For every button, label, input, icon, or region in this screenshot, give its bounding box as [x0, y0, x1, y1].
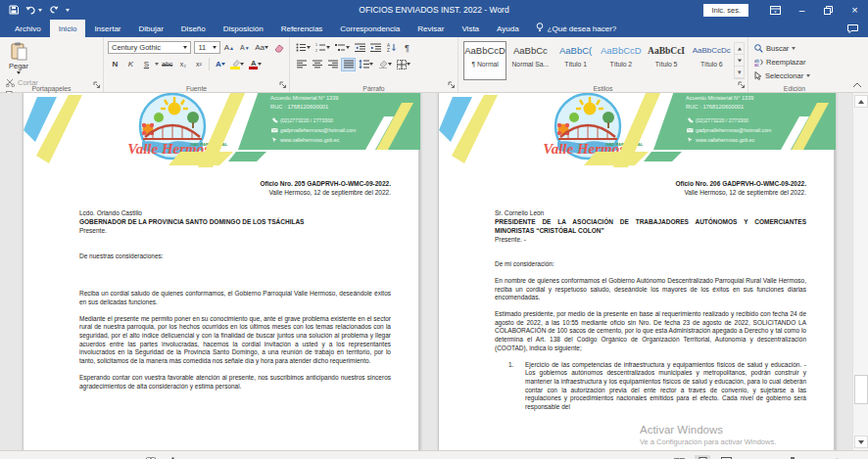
- style-titulo-2[interactable]: AaBbCcD Título 2: [600, 41, 643, 80]
- justify-button[interactable]: [341, 58, 356, 71]
- styles-gallery-scroll[interactable]: ▼: [734, 42, 745, 79]
- styles-scroll-down-icon[interactable]: [735, 55, 744, 67]
- tab-revisar[interactable]: Revisar: [409, 20, 453, 37]
- font-name-select[interactable]: Century Gothic: [108, 41, 191, 54]
- sort-button[interactable]: AZ: [384, 41, 399, 55]
- tab-insertar[interactable]: Insertar: [85, 20, 129, 37]
- read-mode-button[interactable]: [671, 455, 687, 459]
- shrink-font-button[interactable]: A▼: [237, 41, 252, 55]
- styles-scroll-up-icon[interactable]: [735, 43, 744, 55]
- borders-button[interactable]: [395, 58, 412, 71]
- select-button[interactable]: Seleccionar: [752, 69, 838, 82]
- minimize-button[interactable]: –: [789, 0, 815, 20]
- restore-button[interactable]: [815, 0, 842, 20]
- increase-indent-button[interactable]: [368, 41, 383, 55]
- style-titulo-5[interactable]: AaBbCcI Título 5: [645, 41, 688, 80]
- phone-number: (02)2773220 / 2773300: [280, 117, 333, 123]
- web-layout-button[interactable]: [718, 455, 734, 459]
- redo-icon[interactable]: [49, 5, 59, 15]
- save-icon[interactable]: [9, 5, 19, 15]
- title-bar: OFICIOS ENVIADOS INST. 2022 - Word Inic.…: [0, 0, 868, 20]
- document-page-2[interactable]: Valle Hermoso GAD PARROQUIAL Acuerdo Min…: [438, 93, 835, 450]
- letter-body[interactable]: Oficio Nro. 206 GADPRVH-O-WMC-09-2022. V…: [439, 167, 834, 412]
- tab-ayuda[interactable]: Ayuda: [488, 20, 528, 37]
- group-editing: Buscar abac Reemplazar Seleccionar Edici…: [748, 37, 841, 92]
- align-right-button[interactable]: [325, 58, 340, 71]
- style-titulo-1[interactable]: AaBbC( Título 1: [554, 41, 597, 80]
- change-case-button[interactable]: Aa: [253, 41, 270, 55]
- document-area[interactable]: Valle Hermoso GAD PARROQUIAL Acuerdo Min…: [0, 93, 868, 450]
- multilevel-list-button[interactable]: [333, 41, 352, 55]
- clear-formatting-button[interactable]: [271, 41, 286, 55]
- italic-button[interactable]: K: [123, 58, 138, 71]
- paste-button[interactable]: Pegar: [4, 40, 33, 74]
- subscript-button[interactable]: x₂: [175, 58, 190, 71]
- oficio-date: Valle Hermoso, 12 de septiembre del 2022…: [79, 189, 391, 198]
- style-normal-sa[interactable]: AaBbCc Normal Sa...: [508, 41, 552, 80]
- tab-archivo[interactable]: Archivo: [6, 20, 50, 37]
- grow-font-button[interactable]: A▲: [221, 41, 236, 55]
- bold-button[interactable]: N: [108, 58, 122, 71]
- style-normal[interactable]: AaBbCcD ¶ Normal: [463, 41, 506, 80]
- tell-me-box[interactable]: ¿Qué desea hacer?: [528, 20, 625, 37]
- sign-in-button[interactable]: Inic. ses.: [703, 4, 748, 17]
- oficio-number: Oficio Nro. 206 GADPRVH-O-WMC-09-2022.: [495, 180, 806, 189]
- phone-number: (02)2773220 / 2773300: [696, 117, 748, 123]
- group-font: Century Gothic 11 A▲ A▼ Aa N K S: [104, 37, 290, 92]
- align-center-button[interactable]: [310, 58, 324, 71]
- tab-referencias[interactable]: Referencias: [272, 20, 332, 37]
- style-titulo-6[interactable]: AaBbCcDc Título 6: [690, 41, 733, 80]
- text-effects-button[interactable]: A: [213, 58, 227, 71]
- paragraph-dialog-launcher-icon[interactable]: [448, 81, 456, 91]
- paragraph: Reciba un cordial saludo de quienes conf…: [79, 290, 391, 306]
- show-formatting-marks-button[interactable]: ¶: [400, 41, 414, 55]
- bullets-button[interactable]: [294, 41, 313, 55]
- collapse-ribbon-icon[interactable]: [852, 81, 862, 90]
- shading-button[interactable]: [376, 58, 394, 71]
- replace-button[interactable]: abac Reemplazar: [752, 56, 838, 69]
- tab-inicio[interactable]: Inicio: [50, 20, 86, 37]
- letter-body[interactable]: Oficio Nro. 205 GADPRVH-O-WMC-09-2022. V…: [24, 167, 418, 390]
- vertical-scrollbar[interactable]: [852, 93, 868, 450]
- styles-dialog-launcher-icon[interactable]: [738, 81, 746, 91]
- list-text: Ejercicio de las competencias de infraes…: [525, 361, 806, 412]
- paragraph: En nombre de quienes conformamos el Gobi…: [495, 277, 806, 302]
- tab-diseno[interactable]: Diseño: [172, 20, 215, 37]
- document-page-1[interactable]: Valle Hermoso GAD PARROQUIAL Acuerdo Min…: [23, 93, 419, 450]
- scroll-up-icon[interactable]: [854, 95, 868, 108]
- strikethrough-button[interactable]: abc: [160, 58, 174, 71]
- superscript-button[interactable]: x²: [191, 58, 206, 71]
- qat-customize-icon[interactable]: [66, 9, 70, 12]
- undo-dropdown-icon[interactable]: [38, 9, 42, 12]
- scrollbar-thumb[interactable]: [854, 375, 868, 404]
- letterhead: Valle Hermoso GAD PARROQUIAL Acuerdo Min…: [24, 93, 420, 167]
- recipient-name: Sr. Cornelio León: [495, 209, 806, 218]
- tab-disposicion[interactable]: Disposición: [215, 20, 272, 37]
- clipboard-dialog-launcher-icon[interactable]: [93, 81, 101, 91]
- find-button[interactable]: Buscar: [752, 42, 838, 55]
- font-size-select[interactable]: 11: [194, 41, 220, 54]
- numbering-button[interactable]: 12: [313, 41, 332, 55]
- group-clipboard: Pegar Cortar Copiar Copiar formato Porta…: [0, 37, 104, 92]
- print-layout-button[interactable]: [695, 455, 710, 459]
- undo-icon[interactable]: [25, 6, 42, 15]
- font-dialog-launcher-icon[interactable]: [279, 81, 287, 91]
- comments-icon[interactable]: [838, 20, 868, 37]
- paragraph: Mediante el presente me permito poner en…: [79, 315, 391, 366]
- scroll-down-icon[interactable]: [854, 436, 868, 448]
- paste-dropdown-icon[interactable]: [17, 71, 21, 74]
- tab-dibujar[interactable]: Dibujar: [130, 20, 172, 37]
- word-window: OFICIOS ENVIADOS INST. 2022 - Word Inic.…: [0, 0, 868, 459]
- underline-dropdown-icon[interactable]: [155, 63, 159, 66]
- tab-correspondencia[interactable]: Correspondencia: [331, 20, 409, 37]
- decrease-indent-button[interactable]: [353, 41, 367, 55]
- font-color-button[interactable]: A: [247, 58, 264, 71]
- highlight-color-button[interactable]: [228, 58, 246, 71]
- ribbon-display-options-icon[interactable]: [762, 0, 789, 20]
- styles-gallery-more-icon[interactable]: ▼: [735, 67, 744, 78]
- align-left-button[interactable]: [294, 58, 309, 71]
- underline-button[interactable]: S: [139, 58, 154, 71]
- close-button[interactable]: ×: [842, 0, 868, 20]
- tab-vista[interactable]: Vista: [453, 20, 488, 37]
- line-spacing-button[interactable]: [357, 58, 375, 71]
